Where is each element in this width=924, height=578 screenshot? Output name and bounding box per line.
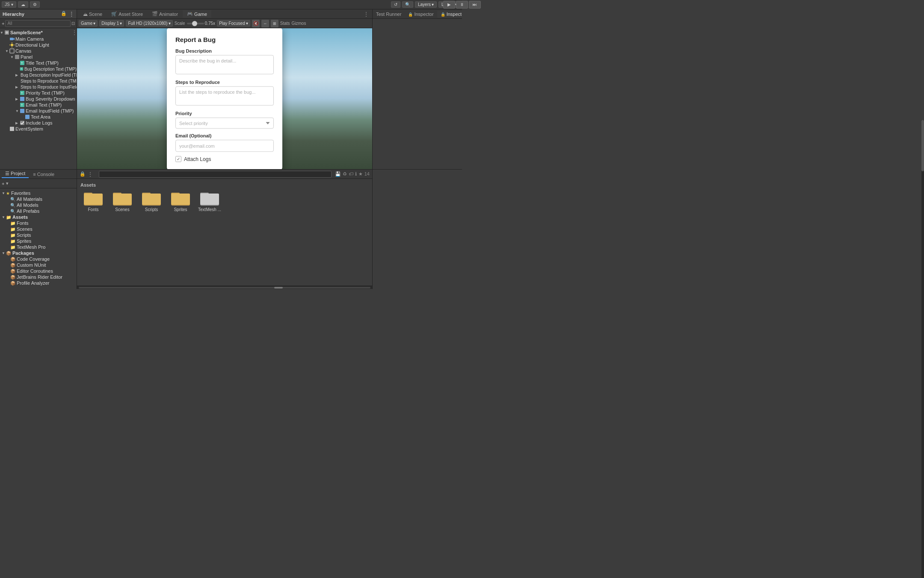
tree-item-favorites[interactable]: ▼ ★ Favorites [0,190,77,196]
hierarchy-search[interactable]: All [5,20,71,27]
layers-label: Layers [418,2,431,7]
settings-icon: ⚙ [33,2,37,7]
asset-save-icon[interactable]: 💾 [335,171,341,177]
hierarchy-item-emailtext[interactable]: T Email Text (TMP) [0,102,77,108]
tab-inspector1[interactable]: 🔒 Inspector [405,11,437,18]
tree-item-allprefabs[interactable]: 🔍 All Prefabs [0,208,77,214]
tree-item-profileanalyzer[interactable]: 📦 Profile Analyzer [0,280,77,286]
tree-item-scenes[interactable]: 📁 Scenes [0,226,77,232]
svg-rect-36 [142,194,161,205]
tree-item-textmeshpro[interactable]: 📁 TextMesh Pro [0,244,77,250]
project-nav-icon[interactable]: ▾ [6,181,9,186]
game-display-dropdown[interactable]: Game ▾ [79,20,98,27]
hierarchy-add-button[interactable]: + [2,21,4,26]
more-options-icon[interactable]: ⋮ [68,11,74,18]
js-dropdown[interactable]: JS ▾ [2,1,16,8]
svg-rect-10 [15,55,19,59]
asset-search-input[interactable] [99,171,332,178]
tree-item-assets[interactable]: ▼ 📁 Assets [0,214,77,220]
hierarchy-item-bugdescinput[interactable]: ▶ Bug Description InputField (TMP) [0,72,77,78]
asset-more-icon[interactable]: ⋮ [87,171,93,178]
tree-item-allmaterials[interactable]: 🔍 All Materials [0,196,77,202]
asset-item-textmesh[interactable]: TextMesh ... [197,191,222,212]
stats-label[interactable]: Stats [280,21,290,26]
hierarchy-filter-button[interactable]: ⊡ [71,21,75,26]
tab-game[interactable]: 🎮 Game [183,10,211,18]
email-input[interactable] [175,140,274,152]
hierarchy-item-stepstext[interactable]: T Steps to Reproduce Text (TMP) [0,78,77,84]
svg-rect-27 [10,127,14,131]
attach-logs-checkbox[interactable]: ✓ [175,156,181,162]
asset-lock-icon[interactable]: 🔒 [80,171,86,177]
asset-scrollbar-thumb[interactable] [274,287,283,289]
hierarchy-item-severity[interactable]: ▶ Bug Severity Dropdown [0,96,77,102]
asset-item-fonts[interactable]: Fonts [80,191,106,212]
hierarchy-item-includelogs[interactable]: ▶ Include Logs [0,120,77,126]
tab-scene[interactable]: ⛰ Scene [79,11,107,18]
asset-item-scenes[interactable]: Scenes [110,191,135,212]
steps-to-reproduce-input[interactable] [175,86,274,105]
tree-item-allmodels[interactable]: 🔍 All Models [0,202,77,208]
asset-refresh-icon[interactable]: ♻ [343,171,347,177]
pause-button[interactable]: ⏸ [456,1,462,9]
hierarchy-item-emailinput[interactable]: ▼ Email InputField (TMP) [0,108,77,114]
resolution-dropdown[interactable]: Full HD (1920x1080) ▾ [126,20,172,27]
cloud-button[interactable]: ☁ [18,1,28,8]
tree-item-packages[interactable]: ▼ 📦 Packages [0,250,77,256]
tree-item-fonts[interactable]: 📁 Fonts [0,220,77,226]
gizmos-label[interactable]: Gizmos [292,21,306,26]
vsync-button[interactable]: ↔ [261,20,269,27]
tree-item-sprites[interactable]: 📁 Sprites [0,238,77,244]
asset-tag-icon[interactable]: 🏷 [349,171,353,177]
scale-thumb[interactable] [192,21,197,26]
hierarchy-item-prioritytext[interactable]: T Priority Text (TMP) [0,90,77,96]
tree-label: Code Coverage [17,256,50,262]
grid-button[interactable]: ⊞ [271,20,278,27]
scene-options-icon[interactable]: ⋮ [72,30,77,36]
display-dropdown[interactable]: Display 1 ▾ [99,20,124,27]
bug-description-input[interactable] [175,55,274,74]
search-button[interactable]: 🔍 [402,1,413,8]
lock-icon[interactable]: 🔒 [61,11,67,18]
hierarchy-item-textarea[interactable]: Text Area [0,114,77,120]
tree-item-editorcoroutines[interactable]: 📦 Editor Coroutines [0,268,77,274]
hierarchy-item-maincamera[interactable]: Main Camera [0,36,77,42]
tab-project[interactable]: ☰ Project [2,170,29,178]
hierarchy-item-canvas[interactable]: ▼ Canvas [0,48,77,54]
tree-item-jetbrainsrider[interactable]: 📦 JetBrains Rider Editor [0,274,77,280]
tree-item-scripts[interactable]: 📁 Scripts [0,232,77,238]
play-button[interactable]: ▶ [443,1,455,9]
playfocused-dropdown[interactable]: Play Focused ▾ [217,20,250,27]
hierarchy-item-samplescene[interactable]: ▼ SampleScene* ⋮ [0,29,77,36]
tab-inspector2[interactable]: 🔒 Inspector [437,11,462,18]
hierarchy-item-directionallight[interactable]: Directional Light [0,42,77,48]
tab-console[interactable]: ≡ Console [30,171,58,178]
asset-star-icon[interactable]: ★ [358,171,363,177]
scale-slider[interactable] [187,23,204,24]
layers-dropdown[interactable]: Layers ▾ [415,1,437,8]
store-icon: 🛒 [111,11,117,17]
project-add-button[interactable]: + [2,181,4,186]
settings-button[interactable]: ⚙ [30,1,40,8]
game-more-icon[interactable]: ⋮ [363,11,369,18]
history-button[interactable]: ↺ [391,1,400,8]
tree-item-customnunit[interactable]: 📦 Custom NUnit [0,262,77,268]
tree-item-codecoverage[interactable]: 📦 Code Coverage [0,256,77,262]
asset-item-sprites[interactable]: Sprites [168,191,193,212]
hierarchy-item-panel[interactable]: ▼ Panel [0,54,77,60]
tab-animator[interactable]: 🎬 Animator [148,10,182,18]
asset-scrollbar-track[interactable] [79,287,370,289]
hierarchy-item-stepsinput[interactable]: ▶ Steps to Reproduce InputField (TMP) [0,84,77,90]
scale-slider-container[interactable]: 0.75x [187,21,215,26]
mute-button[interactable]: 🔇 [252,20,260,27]
hierarchy-item-eventsystem[interactable]: EventSystem [0,126,77,132]
game-tab-more[interactable]: ⋮ [363,11,370,18]
hierarchy-item-bugdesctext[interactable]: T Bug Description Text (TMP) [0,66,77,72]
hierarchy-item-titletext[interactable]: T Title Text (TMP) [0,60,77,66]
asset-item-scripts[interactable]: Scripts [139,191,164,212]
chevron-down-icon: ▾ [93,21,95,26]
tab-testrunner[interactable]: Test Runner [373,11,405,18]
tab-assetstore[interactable]: 🛒 Asset Store [107,10,147,18]
priority-select[interactable]: Select priority Low Medium High Critical [175,117,274,128]
asset-info-icon[interactable]: ℹ [355,171,357,177]
